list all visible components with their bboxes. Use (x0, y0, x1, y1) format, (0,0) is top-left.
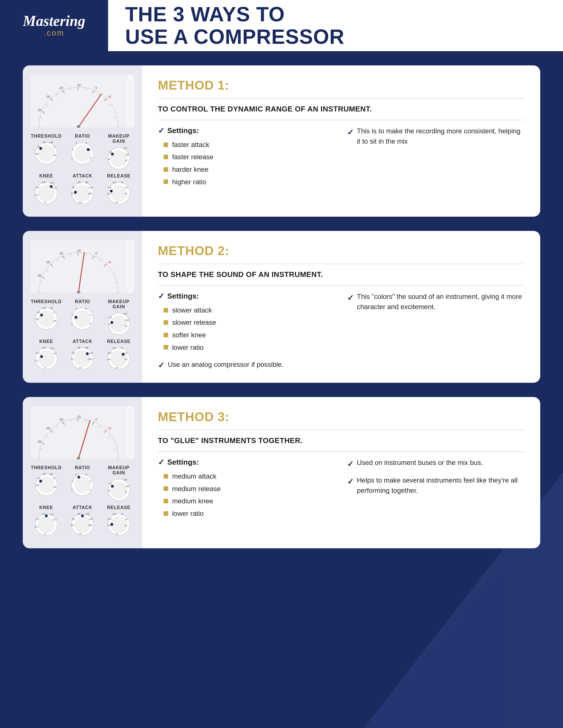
svg-text:100: 100 (107, 524, 111, 527)
knob-group-makeup-3: MAKEUP GAIN 15 12 ~20 ~30 40 (102, 465, 135, 503)
svg-text:80: 80 (85, 346, 88, 349)
method-cols-1: ✓ Settings: faster attack faster release… (158, 126, 525, 189)
knob-svg-release-3: 100 200 300 1k ~2k 5k ms (106, 512, 132, 537)
knob-svg-attack-1: 15 20 50 80 ~160 200 ms (70, 180, 95, 206)
svg-text:1.0: 1.0 (53, 352, 57, 355)
knob-group-release-2: RELEASE 100 200 300 1k ~2k 5k ms (102, 339, 135, 371)
svg-text:∞: ∞ (90, 480, 91, 483)
method-cols-3: ✓ Settings: medium attack medium release… (158, 458, 525, 521)
list-item: higher ratio (163, 177, 336, 187)
main-content: -50 -30 -20 -10 0 (0, 51, 563, 577)
method-col-3-right: ✓ Used on instrument buses or the mix bu… (347, 458, 525, 521)
svg-text:~30: ~30 (125, 153, 129, 156)
svg-text:2: 2 (72, 314, 73, 317)
svg-text:ms: ms (79, 201, 82, 204)
method-cols-2: ✓ Settings: slower attack slower release… (158, 291, 525, 355)
svg-text:+5: +5 (107, 260, 111, 264)
knob-group-makeup-1: MAKEUP GAIN 15 12 ~20 ~30 40 (102, 134, 135, 171)
knob-svg-release-1: 100 200 300 1k ~2k 5k ms (106, 180, 132, 206)
method-content-2: METHOD 2: TO SHAPE THE SOUND OF AN INSTR… (142, 231, 540, 383)
svg-text:-50: -50 (35, 484, 39, 487)
svg-point-35 (74, 145, 91, 162)
knobs-row-3-bottom: KNEE 0.2 0.4 0.6 0.8 1.0 0 (30, 505, 135, 537)
knob-svg-knee-1: 0.2 0.4 0.6 0.8 1.0 0 (34, 180, 59, 206)
svg-text:0: 0 (44, 366, 46, 369)
knob-svg-threshold-2: -50 -40 -30 -20 0 dB (34, 306, 59, 332)
svg-text:200: 200 (88, 524, 92, 527)
svg-point-115 (74, 310, 91, 327)
divider-3b (158, 451, 525, 452)
vu-meter-svg-3: -50 -30 -20 -10 0 +5 (30, 406, 127, 460)
method-title-3: METHOD 3: (158, 410, 525, 424)
svg-text:1: 1 (71, 488, 73, 491)
svg-text:-50: -50 (37, 274, 42, 277)
svg-text:-50: -50 (35, 318, 39, 321)
svg-text:dB: dB (53, 320, 56, 322)
check-icon-1: ✓ (158, 126, 164, 135)
svg-text:~130: ~130 (88, 518, 93, 520)
svg-text:-20: -20 (49, 141, 53, 144)
svg-text:-50: -50 (37, 108, 42, 112)
svg-text:-30: -30 (42, 141, 46, 144)
knob-svg-knee-2: 0.2 0.4 0.6 0.8 1.0 0 (34, 346, 59, 371)
svg-text:1.0: 1.0 (53, 187, 57, 189)
svg-text:12: 12 (109, 150, 112, 153)
vu-meter-3: -50 -30 -20 -10 0 +5 (30, 406, 135, 460)
check-icon-extra-2: ✓ (158, 361, 164, 370)
svg-text:40: 40 (125, 159, 127, 162)
knob-svg-threshold-1: -50 -40 -30 -20 0 dB (34, 140, 59, 166)
svg-text:300: 300 (112, 513, 116, 515)
svg-text:ms: ms (115, 533, 118, 535)
svg-text:∞: ∞ (90, 314, 91, 317)
knob-label-makeup-3: MAKEUP GAIN (102, 465, 135, 475)
svg-text:5k: 5k (125, 524, 127, 527)
svg-text:200: 200 (88, 358, 92, 361)
settings-list-3: medium attack medium release medium knee… (163, 471, 336, 518)
knob-group-release-1: RELEASE 100 200 300 1k ~2k 5k ms (102, 173, 135, 206)
settings-header-3: ✓ Settings: (158, 458, 336, 467)
svg-point-195 (74, 476, 91, 493)
svg-text:3: 3 (75, 473, 77, 476)
svg-text:0: 0 (95, 252, 97, 255)
svg-text:~2k: ~2k (124, 186, 128, 189)
svg-text:-20: -20 (49, 307, 53, 309)
svg-point-113 (40, 314, 43, 317)
knob-svg-makeup-3: 15 12 ~20 ~30 40 (106, 477, 132, 503)
svg-text:~20: ~20 (123, 478, 127, 481)
svg-point-139 (40, 355, 43, 358)
svg-text:0: 0 (53, 477, 55, 480)
logo-dotcom: .com (44, 28, 65, 38)
svg-text:-10: -10 (76, 249, 81, 252)
svg-text:dB: dB (53, 154, 56, 157)
svg-text:2: 2 (72, 148, 73, 151)
method-col-3-left: ✓ Settings: medium attack medium release… (158, 458, 336, 521)
knob-group-release-3: RELEASE 100 200 300 1k ~2k 5k ms (102, 505, 135, 537)
knobs-row-2-bottom: KNEE 0.2 0.4 0.6 0.8 1.0 0 (30, 339, 135, 371)
svg-text:-30: -30 (42, 473, 46, 475)
compressor-panel-1: -50 -30 -20 -10 0 (23, 65, 142, 217)
knob-svg-knee-3: 0.2 0.4 0.6 0.8 1.0 0 (34, 512, 59, 537)
svg-text:100: 100 (85, 512, 90, 515)
svg-text:0: 0 (53, 311, 55, 314)
svg-text:8: 8 (85, 307, 87, 310)
svg-text:0: 0 (44, 201, 46, 204)
svg-text:50: 50 (78, 346, 80, 349)
svg-point-212 (38, 516, 55, 533)
svg-text:0: 0 (95, 418, 97, 421)
svg-text:0.4: 0.4 (36, 518, 40, 520)
svg-text:ms: ms (115, 367, 118, 369)
method-subtitle-2: TO SHAPE THE SOUND OF AN INSTRUMENT. (158, 270, 525, 280)
svg-text:300: 300 (112, 181, 116, 184)
svg-text:-20: -20 (59, 418, 63, 421)
knob-group-threshold-1: THRESHOLD -50 -40 -30 -20 0 dB (30, 134, 63, 171)
svg-text:20: 20 (72, 351, 75, 354)
main-title: THE 3 WAYS TO USE A COMPRESSOR (125, 3, 345, 48)
svg-text:80: 80 (78, 512, 80, 515)
svg-text:0.8: 0.8 (50, 347, 54, 350)
svg-text:0.6: 0.6 (42, 512, 46, 515)
header: Mastering .com THE 3 WAYS TO USE A COMPR… (0, 0, 563, 51)
svg-point-106 (38, 310, 55, 327)
check-icon-note-2: ✓ (347, 292, 354, 304)
knobs-row-1-bottom: KNEE 0.2 0.4 0.6 0.8 1.0 0 (30, 173, 135, 206)
svg-text:~20: ~20 (123, 312, 127, 315)
